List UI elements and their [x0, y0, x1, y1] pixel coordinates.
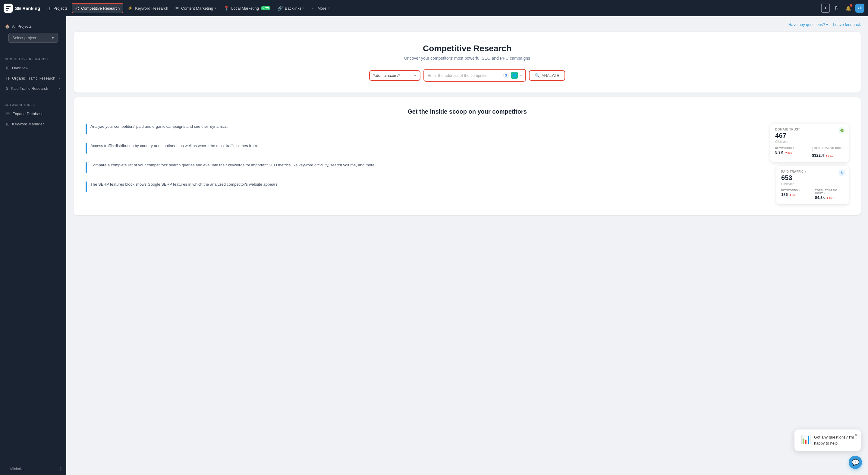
- chat-widget: 📊 Got any questions? I'm happy to help. …: [795, 430, 861, 451]
- bullet-text-2: Access traffic distribution by country a…: [90, 143, 258, 149]
- content-marketing-icon: ✏: [176, 5, 179, 11]
- avatar[interactable]: YD: [855, 4, 864, 13]
- search-row: *.domain.com/* ▾ G 🌐 ▾ 🔍 ANALYZE: [86, 69, 849, 82]
- stat-col-label-cost-1: TOTAL TRAFFIC COST ↑: [812, 147, 844, 153]
- bullet-bar-2: [86, 143, 87, 154]
- info-bullet-4: The SERP features block shows Google SER…: [86, 182, 758, 192]
- nav-projects[interactable]: ◫ Projects: [44, 4, 70, 13]
- flag-button[interactable]: 🏳: [832, 4, 841, 13]
- notification-dot: [850, 4, 852, 7]
- stat-col-change-keywords-2: ▼265: [789, 193, 796, 196]
- competitor-input[interactable]: [428, 73, 501, 78]
- logo[interactable]: SE Ranking: [4, 4, 40, 13]
- stat-row-2: KEYWORDS ↑ 186 ▼265 TOTAL TRAFFIC COST ↑…: [781, 189, 844, 200]
- have-questions-link[interactable]: Have any questions? ▾: [788, 22, 828, 27]
- stat-label-domain-trust: DOMAIN TRUST ↑: [775, 128, 844, 131]
- analyze-button[interactable]: 🔍 ANALYZE: [529, 70, 565, 81]
- competitive-research-icon: ◎: [75, 5, 79, 11]
- chat-icon: 📊: [801, 434, 811, 444]
- sidebar-item-overview[interactable]: ⊞ Overview: [1, 63, 65, 73]
- bullet-text-3: Compare a complete list of your competit…: [90, 162, 375, 168]
- sidebar-category-competitive: COMPETITIVE RESEARCH: [0, 53, 66, 63]
- stat-col-traffic-cost-1: TOTAL TRAFFIC COST ↑ $322,4 ▼16.9: [812, 147, 844, 158]
- search-card-title: Competitive Research: [86, 44, 849, 53]
- stat-card-badge-blue: $: [838, 169, 845, 176]
- info-card-title: Get the inside scoop on your competitors: [86, 108, 849, 115]
- stat-col-traffic-cost-2: TOTAL TRAFFIC COST ↑ $4,3k ▼16.9: [815, 189, 844, 200]
- sidebar-top: 🏠 All Projects Select project ▾: [0, 16, 66, 48]
- bullet-text-4: The SERP features block shows Google SER…: [90, 182, 278, 188]
- sidebar-all-projects[interactable]: 🏠 All Projects: [5, 22, 61, 30]
- stat-sub-paid-traffic: Clicks/mo: [781, 182, 844, 186]
- content-marketing-chevron: ▾: [215, 7, 216, 10]
- questions-chevron-icon: ▾: [826, 22, 828, 27]
- stat-card-paid-traffic: $ PAID TRAFFIC ↑ 653 Clicks/mo KEYWORDS …: [776, 166, 849, 204]
- leave-feedback-link[interactable]: Leave feedback: [833, 22, 861, 27]
- google-icon: G: [503, 73, 509, 78]
- paid-traffic-chevron: ▾: [59, 87, 60, 90]
- sidebar-item-organic-traffic[interactable]: ◑ Organic Traffic Research ▾: [1, 73, 65, 83]
- help-button[interactable]: ?: [59, 467, 61, 471]
- home-icon: 🏠: [5, 24, 10, 29]
- new-badge: NEW: [261, 6, 270, 10]
- sidebar: 🏠 All Projects Select project ▾ COMPETIT…: [0, 16, 66, 475]
- brand-name: SE Ranking: [15, 6, 40, 11]
- sidebar-category-keyword-tools: KEYWORD TOOLS: [0, 99, 66, 108]
- chat-bubble-button[interactable]: 💬: [849, 456, 862, 469]
- info-bullet-1: Analyze your competitors' paid and organ…: [86, 124, 758, 134]
- nav-more[interactable]: ··· More ▾: [309, 4, 333, 13]
- bullet-bar-3: [86, 162, 87, 173]
- keyword-research-icon: ⚡: [127, 5, 133, 11]
- stat-value-paid-traffic: 653: [781, 174, 844, 182]
- nav-content-marketing[interactable]: ✏ Content Marketing ▾: [173, 4, 219, 13]
- stat-col-change-cost-1: ▼16.9: [825, 154, 833, 157]
- bullet-text-1: Analyze your competitors' paid and organ…: [90, 124, 228, 130]
- info-visual: 🌿 DOMAIN TRUST ↑ 467 Clicks/mo KEYWORDS …: [770, 124, 849, 204]
- more-chevron: ▾: [328, 7, 330, 10]
- overview-icon: ⊞: [6, 65, 10, 70]
- notifications-button[interactable]: 🔔: [844, 4, 853, 13]
- stat-col-value-keywords-2: 186: [781, 192, 788, 197]
- select-chevron-icon: ▾: [52, 36, 54, 40]
- input-chevron-icon: ▾: [520, 74, 522, 77]
- stat-col-change-cost-2: ▼16.9: [826, 196, 834, 199]
- stat-col-label-keywords-2: KEYWORDS ↑: [781, 189, 810, 192]
- info-bullet-3: Compare a complete list of your competit…: [86, 162, 758, 173]
- chat-close-button[interactable]: ✕: [854, 433, 858, 437]
- add-button[interactable]: +: [821, 4, 830, 13]
- stat-col-label-keywords-1: KEYWORDS ↑: [775, 147, 807, 150]
- sidebar-project-select[interactable]: Select project ▾: [8, 33, 58, 43]
- top-navigation: SE Ranking ◫ Projects ◎ Competitive Rese…: [0, 0, 868, 16]
- stat-value-domain-trust: 467: [775, 132, 844, 139]
- main-content: Have any questions? ▾ Leave feedback Com…: [66, 16, 868, 475]
- local-marketing-icon: 📍: [224, 5, 229, 11]
- domain-selector[interactable]: *.domain.com/* ▾: [369, 70, 421, 81]
- chat-bubble-icon: 💬: [852, 459, 859, 466]
- sidebar-bottom: ← Minimize ?: [0, 463, 66, 475]
- nav-competitive-research[interactable]: ◎ Competitive Research: [72, 3, 123, 13]
- globe-icon: 🌐: [511, 72, 518, 79]
- bullet-bar-4: [86, 182, 87, 192]
- chat-text: Got any questions? I'm happy to help.: [814, 434, 855, 446]
- nav-backlinks[interactable]: 🔗 Backlinks ▾: [274, 4, 308, 13]
- stat-col-change-keywords-1: ▼265: [785, 151, 792, 154]
- nav-local-marketing[interactable]: 📍 Local Marketing NEW: [221, 4, 273, 13]
- more-icon: ···: [312, 6, 316, 11]
- paid-traffic-icon: $: [6, 86, 8, 91]
- competitor-input-wrap: G 🌐 ▾: [424, 69, 526, 82]
- nav-keyword-research[interactable]: ⚡ Keyword Research: [124, 4, 171, 13]
- stat-col-keywords-2: KEYWORDS ↑ 186 ▼265: [781, 189, 810, 200]
- info-bullets: Analyze your competitors' paid and organ…: [86, 124, 758, 192]
- minimize-arrow-icon: ←: [5, 467, 8, 471]
- info-bullet-2: Access traffic distribution by country a…: [86, 143, 758, 154]
- bullet-bar-1: [86, 124, 87, 134]
- domain-value: *.domain.com/*: [373, 73, 400, 78]
- minimize-button[interactable]: ← Minimize: [5, 467, 24, 471]
- sidebar-item-paid-traffic[interactable]: $ Paid Traffic Research ▾: [1, 84, 65, 93]
- sidebar-item-expand-database[interactable]: ☰ Expand Database: [1, 109, 65, 119]
- stat-card-badge-green: 🌿: [838, 127, 845, 134]
- stat-col-value-keywords-1: 5.3K: [775, 150, 783, 155]
- backlinks-icon: 🔗: [277, 5, 283, 11]
- sidebar-item-keyword-manager[interactable]: ⊞ Keyword Manager: [1, 119, 65, 129]
- search-icon: 🔍: [535, 73, 540, 78]
